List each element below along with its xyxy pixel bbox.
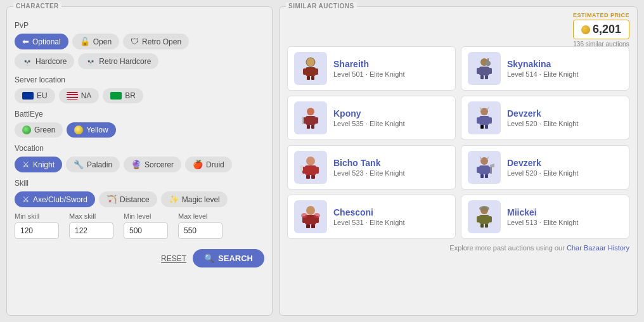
character-panel: CHARACTER PvP ⬅ Optional 🔓 Open 🛡 Retro … <box>6 6 273 316</box>
auction-card-kpony[interactable]: Kpony Level 535 · Elite Knight <box>287 96 456 140</box>
auction-details-miickei: Level 513 · Elite Knight <box>507 219 579 226</box>
svg-rect-34 <box>306 175 310 179</box>
svg-rect-18 <box>315 117 318 124</box>
auction-name-devzerk: Devzerk <box>507 108 579 119</box>
auction-card-miickei[interactable]: Miickei Level 513 · Elite Knight <box>461 195 629 239</box>
pvp-open-button[interactable]: 🔓 Open <box>72 34 119 49</box>
min-level-field: Min level <box>124 212 168 239</box>
vocation-sorcerer-button[interactable]: 🔮 Sorcerer <box>124 157 181 172</box>
pvp-optional-button[interactable]: ⬅ Optional <box>15 34 68 49</box>
flag-na-icon <box>67 92 78 100</box>
svg-rect-5 <box>311 76 314 80</box>
optional-icon: ⬅ <box>22 37 29 46</box>
skill-axe-button[interactable]: ⚔ Axe/Club/Sword <box>15 191 95 207</box>
auction-name-shareith: Shareith <box>333 59 405 69</box>
pvp-retro-hardcore-button[interactable]: 💀 Retro Hardcore <box>78 53 158 69</box>
svg-point-54 <box>301 213 307 218</box>
search-icon: 🔍 <box>204 254 214 263</box>
svg-rect-16 <box>306 116 316 125</box>
auction-details-chesconi: Level 531 · Elite Knight <box>333 219 405 226</box>
druid-icon: 🍎 <box>193 160 203 169</box>
paladin-icon: 🔧 <box>74 160 84 169</box>
auction-name-bicho-tank: Bicho Tank <box>333 158 405 168</box>
skill-distance-button[interactable]: 🏹 Distance <box>99 191 157 207</box>
svg-marker-45 <box>486 156 489 160</box>
pvp-button-group-2: 💀 Hardcore 💀 Retro Hardcore <box>15 53 264 69</box>
auction-info-miickei: Miickei Level 513 · Elite Knight <box>507 207 579 226</box>
auction-avatar-miickei <box>468 200 501 233</box>
svg-rect-19 <box>307 125 310 129</box>
svg-marker-28 <box>479 106 482 110</box>
auction-info-skynakina: Skynakina Level 514 · Elite Knight <box>507 59 579 78</box>
server-na-button[interactable]: NA <box>59 88 100 103</box>
character-sprite-bicho-tank <box>298 155 323 180</box>
vocation-paladin-button[interactable]: 🔧 Paladin <box>66 157 120 172</box>
sorcerer-icon: 🔮 <box>131 160 141 169</box>
server-eu-button[interactable]: EU <box>15 88 55 103</box>
server-br-button[interactable]: BR <box>103 88 143 103</box>
auction-avatar-bicho-tank <box>294 151 327 184</box>
svg-rect-52 <box>306 224 310 228</box>
flag-eu-icon <box>22 92 34 100</box>
auction-name-chesconi: Chesconi <box>333 207 405 217</box>
auction-card-shareith[interactable]: Shareith Level 501 · Elite Knight <box>287 46 456 91</box>
auction-card-devzerk2[interactable]: Devzerk Level 520 · Elite Knight <box>461 145 629 190</box>
auction-card-chesconi[interactable]: Chesconi Level 531 · Elite Knight <box>287 195 456 239</box>
server-button-group: EU NA BR <box>15 88 264 103</box>
svg-rect-20 <box>311 125 314 129</box>
svg-rect-60 <box>480 224 484 228</box>
svg-point-15 <box>307 108 314 115</box>
character-sprite-miickei <box>472 204 497 229</box>
svg-point-48 <box>306 206 315 215</box>
svg-rect-10 <box>489 68 492 74</box>
svg-rect-57 <box>479 215 489 224</box>
skill-magic-button[interactable]: ✨ Magic level <box>161 191 228 207</box>
pvp-retro-open-button[interactable]: 🛡 Retro Open <box>123 34 189 49</box>
character-sprite-kpony <box>298 105 323 131</box>
auction-card-skynakina[interactable]: Skynakina Level 514 · Elite Knight <box>461 46 629 91</box>
max-level-label: Max level <box>178 212 222 220</box>
battleeye-label: BattlEye <box>15 110 264 119</box>
character-sprite-chesconi <box>298 204 323 229</box>
auction-details-kpony: Level 535 · Elite Knight <box>333 120 405 127</box>
min-level-input[interactable] <box>124 222 168 239</box>
svg-rect-21 <box>302 117 304 124</box>
auction-details-devzerk2: Level 520 · Elite Knight <box>507 169 579 177</box>
magic-icon: ✨ <box>169 195 179 204</box>
char-bazaar-history-link[interactable]: Char Bazaar History <box>567 244 629 252</box>
auction-name-miickei: Miickei <box>507 207 579 217</box>
auction-details-devzerk: Level 520 · Elite Knight <box>507 120 579 127</box>
character-section-label: CHARACTER <box>13 3 61 10</box>
vocation-button-group: ⚔ Knight 🔧 Paladin 🔮 Sorcerer 🍎 Druid <box>15 157 264 172</box>
svg-rect-26 <box>480 125 484 129</box>
auction-details-skynakina: Level 514 · Elite Knight <box>507 70 579 78</box>
auction-info-chesconi: Chesconi Level 531 · Elite Knight <box>333 207 405 226</box>
auction-card-bicho-tank[interactable]: Bicho Tank Level 523 · Elite Knight <box>287 145 456 190</box>
svg-rect-3 <box>315 68 318 75</box>
min-skill-field: Min skill <box>15 212 59 239</box>
vocation-druid-button[interactable]: 🍎 Druid <box>185 157 232 172</box>
max-skill-field: Max skill <box>69 212 113 239</box>
auction-name-devzerk2: Devzerk <box>507 158 579 168</box>
svg-rect-11 <box>480 75 484 79</box>
auction-details-bicho-tank: Level 523 · Elite Knight <box>333 169 405 177</box>
reset-button[interactable]: RESET <box>161 254 186 263</box>
max-level-input[interactable] <box>178 222 222 239</box>
distance-icon: 🏹 <box>106 195 117 204</box>
vocation-knight-button[interactable]: ⚔ Knight <box>15 157 62 172</box>
battleeye-yellow-button[interactable]: Yellow <box>67 122 115 138</box>
auction-avatar-devzerk2 <box>468 151 501 184</box>
battleeye-green-button[interactable]: Green <box>15 122 63 138</box>
auction-info-shareith: Shareith Level 501 · Elite Knight <box>333 59 405 78</box>
pvp-hardcore-button[interactable]: 💀 Hardcore <box>15 53 74 69</box>
auction-avatar-kpony <box>294 101 327 134</box>
max-skill-input[interactable] <box>69 222 113 239</box>
min-skill-input[interactable] <box>15 222 59 239</box>
auction-card-devzerk[interactable]: Devzerk Level 520 · Elite Knight <box>461 96 629 140</box>
knight-icon: ⚔ <box>22 160 30 169</box>
auction-avatar-shareith <box>294 52 327 85</box>
svg-point-62 <box>479 206 489 211</box>
svg-marker-44 <box>479 156 482 160</box>
similar-count-label: 136 similar auctions <box>573 41 629 48</box>
search-button[interactable]: 🔍 SEARCH <box>193 249 264 267</box>
